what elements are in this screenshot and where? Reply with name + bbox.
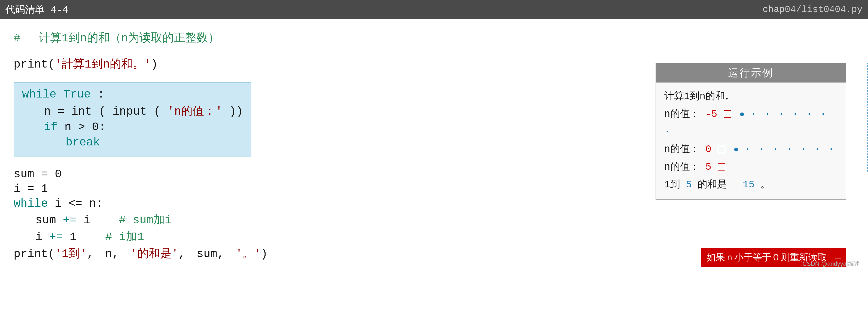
while-true-block: while True : n = int ( input ( 'n的值：' ))… bbox=[13, 82, 251, 157]
run-line3-label: n的值： bbox=[664, 144, 700, 155]
run-line5: 1到 5 的和是 15 。 bbox=[664, 176, 837, 194]
run-line2: n的值： -5 ● · · · · · · · bbox=[664, 106, 837, 141]
main-content: # 计算1到n的和（n为读取的正整数） print('計算1到n的和。') wh… bbox=[0, 19, 868, 271]
title-bar: 代码清单 4-4 chap04/list0404.py bbox=[0, 0, 868, 19]
run-line2-val: -5 bbox=[705, 109, 717, 120]
run-line5-end: 。 bbox=[761, 179, 770, 190]
run-line5-mid: 的和是 bbox=[698, 179, 737, 190]
n-eq: = bbox=[58, 105, 71, 118]
while-colon: : bbox=[97, 88, 104, 101]
run-line5-label: 1到 bbox=[664, 179, 680, 190]
credit-text: CSDN @andyyal编述 bbox=[802, 260, 860, 268]
input-str: 'n的值：' bbox=[167, 105, 222, 118]
sum-plus-comment: # sum加i bbox=[97, 214, 172, 227]
print-keyword: print bbox=[13, 58, 48, 71]
print2-s3: '。' bbox=[236, 248, 261, 261]
run-line2-label: n的值： bbox=[664, 109, 700, 120]
i-plus-val: 1 bbox=[70, 231, 76, 244]
while-true-line: while True : bbox=[22, 88, 243, 101]
run-line3-val: 0 bbox=[705, 144, 711, 155]
print-string: '計算1到n的和。' bbox=[55, 58, 151, 71]
paren-close2: )) bbox=[229, 105, 243, 118]
run-line2-dot: ● bbox=[739, 109, 745, 120]
n-var: n bbox=[44, 105, 51, 118]
print2-func: print( bbox=[13, 248, 55, 261]
i-var: i = 1 bbox=[13, 183, 48, 196]
run-line3: n的值： 0 ● · · · · · · · bbox=[664, 141, 837, 159]
run-line4-val: 5 bbox=[705, 161, 711, 173]
if-space: n > 0: bbox=[65, 121, 106, 134]
run-example-title: 运行示例 bbox=[656, 63, 846, 83]
run-example-panel: 运行示例 计算1到n的和。 n的值： -5 ● · · · · · · · n的… bbox=[656, 63, 846, 200]
run-line4-label: n的值： bbox=[664, 161, 700, 173]
if-keyword: if bbox=[44, 121, 58, 134]
sum-plus-var: sum bbox=[35, 214, 56, 227]
comment-line: # 计算1到n的和（n为读取的正整数） bbox=[13, 30, 855, 45]
print2-close: ) bbox=[261, 248, 268, 261]
i-plus-comment: # i加1 bbox=[84, 231, 144, 244]
run-example-body: 计算1到n的和。 n的值： -5 ● · · · · · · · n的值： 0 … bbox=[656, 83, 846, 199]
print2-s2: '的和是' bbox=[130, 248, 178, 261]
input-func: input bbox=[113, 105, 147, 118]
i-plus-line: i += 1 # i加1 bbox=[13, 229, 855, 244]
print-paren: ( bbox=[48, 58, 55, 71]
int-func: int bbox=[71, 105, 92, 118]
run-line3-dots: · · · · · · · bbox=[745, 144, 835, 155]
while2-keyword: while bbox=[13, 197, 48, 210]
break-line: break bbox=[22, 136, 243, 149]
true-keyword: True bbox=[63, 88, 91, 101]
paren-open: ( bbox=[99, 105, 106, 118]
sum-plus-line: sum += i # sum加i bbox=[13, 212, 855, 227]
print-close: ) bbox=[151, 58, 158, 71]
i-plus-op: += bbox=[49, 231, 63, 244]
title-text: 代码清单 4-4 bbox=[5, 3, 68, 17]
while-keyword: while bbox=[22, 88, 56, 101]
i-plus-var: i bbox=[35, 231, 42, 244]
run-line5-n: 5 bbox=[686, 179, 692, 190]
run-line3-dot: ● bbox=[734, 145, 739, 155]
n-assign-line: n = int ( input ( 'n的值：' )) bbox=[22, 103, 243, 119]
dotted-right-border bbox=[846, 63, 868, 171]
filename-text: chap04/list0404.py bbox=[763, 4, 863, 15]
if-line: if n > 0: bbox=[22, 121, 243, 134]
run-line5-sum: 15 bbox=[743, 179, 754, 190]
run-line4: n的值： 5 bbox=[664, 159, 837, 176]
run-line2-icon bbox=[724, 110, 731, 118]
break-keyword: break bbox=[66, 136, 100, 149]
print2-comma1: , n, bbox=[87, 248, 130, 261]
print2-comma2: , sum, bbox=[178, 248, 236, 261]
print2-s1: '1到' bbox=[55, 248, 87, 261]
while2-cond: i <= n: bbox=[55, 197, 103, 210]
run-line3-icon bbox=[718, 146, 725, 153]
sum-var: sum = 0 bbox=[13, 168, 62, 181]
sum-plus-val: i bbox=[83, 214, 90, 227]
sum-plus-op: += bbox=[63, 214, 76, 227]
run-line1: 计算1到n的和。 bbox=[664, 88, 837, 106]
run-line4-icon bbox=[718, 163, 725, 171]
paren-open2: ( bbox=[154, 105, 160, 118]
